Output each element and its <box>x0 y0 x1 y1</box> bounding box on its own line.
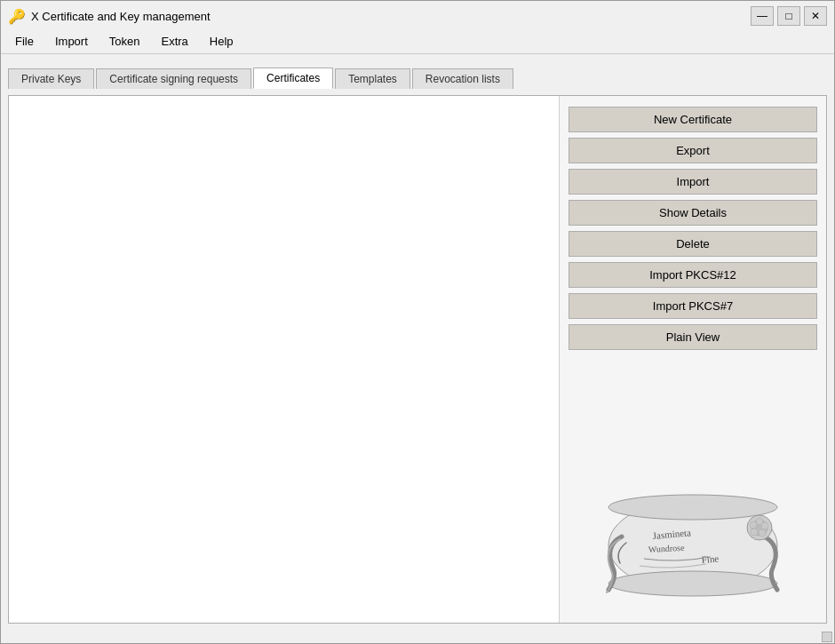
svg-text:Fine: Fine <box>701 553 720 565</box>
new-certificate-button[interactable]: New Certificate <box>569 107 817 132</box>
plain-view-button[interactable]: Plain View <box>569 324 817 350</box>
window-title: X Certificate and Key management <box>31 10 211 23</box>
menu-import[interactable]: Import <box>48 33 95 50</box>
export-button[interactable]: Export <box>569 138 817 163</box>
import-button[interactable]: Import <box>569 169 817 195</box>
close-button[interactable]: ✕ <box>804 6 827 26</box>
cert-image: Jasmineta Wundrose Fine <box>595 488 791 603</box>
import-pkcs7-button[interactable]: Import PKCS#7 <box>569 293 817 319</box>
menu-extra[interactable]: Extra <box>155 33 195 50</box>
tab-revocation[interactable]: Revocation lists <box>412 68 513 89</box>
app-icon: 🔑 <box>8 8 26 25</box>
tab-private-keys[interactable]: Private Keys <box>8 68 94 89</box>
svg-point-9 <box>750 521 757 529</box>
action-panel: New Certificate Export Import Show Detai… <box>560 96 826 623</box>
svg-point-1 <box>608 495 777 520</box>
menu-token[interactable]: Token <box>102 33 147 50</box>
menu-help[interactable]: Help <box>203 33 241 50</box>
window-controls: — □ ✕ <box>751 6 827 26</box>
main-content: New Certificate Export Import Show Detai… <box>1 88 834 631</box>
svg-point-2 <box>608 571 777 596</box>
window-scrollbar <box>1 631 834 643</box>
show-details-button[interactable]: Show Details <box>569 200 817 226</box>
content-area: New Certificate Export Import Show Detai… <box>8 95 827 624</box>
scroll-indicator[interactable] <box>822 632 832 642</box>
tab-templates[interactable]: Templates <box>335 68 410 89</box>
svg-point-8 <box>751 529 758 536</box>
certificate-list-panel[interactable] <box>9 96 560 623</box>
svg-point-6 <box>761 522 768 529</box>
maximize-button[interactable]: □ <box>777 6 800 26</box>
main-window: 🔑 X Certificate and Key management — □ ✕… <box>0 0 835 644</box>
tab-cert-signing[interactable]: Certificate signing requests <box>96 68 251 89</box>
tab-certificates[interactable]: Certificates <box>253 68 333 89</box>
svg-text:Wundrose: Wundrose <box>648 543 686 554</box>
menu-file[interactable]: File <box>8 33 41 50</box>
svg-point-7 <box>759 529 766 537</box>
title-bar-left: 🔑 X Certificate and Key management <box>8 8 211 25</box>
minimize-button[interactable]: — <box>751 6 774 26</box>
tab-bar: Private Keys Certificate signing request… <box>1 54 834 88</box>
certificate-illustration: Jasmineta Wundrose Fine <box>569 355 817 612</box>
delete-button[interactable]: Delete <box>569 231 817 257</box>
import-pkcs12-button[interactable]: Import PKCS#12 <box>569 262 817 288</box>
title-bar: 🔑 X Certificate and Key management — □ ✕ <box>1 1 834 29</box>
menu-bar: File Import Token Extra Help <box>1 29 834 54</box>
